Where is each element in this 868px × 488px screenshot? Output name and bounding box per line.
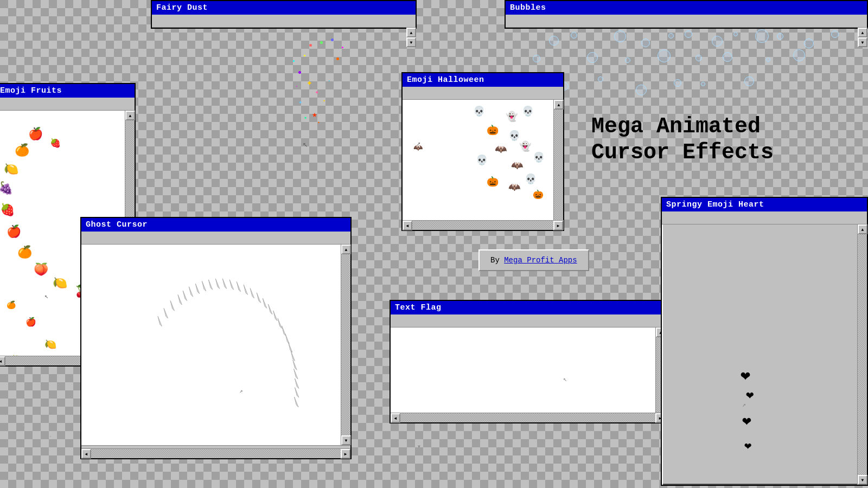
svg-marker-0 [178,295,182,305]
emoji-halloween-subbar [403,87,563,100]
heart-canvas: ❤️ ❤️ ❤️ ❤️ ↗ [662,224,857,485]
scroll-left-btn[interactable]: ◄ [0,356,5,366]
svg-text:↗: ↗ [240,388,243,394]
ghost-cursor-titlebar: Ghost Cursor [81,218,350,232]
springy-heart-subbar [662,211,867,224]
heart-scrollbar-v[interactable]: ▲ ▼ [857,224,867,485]
scroll-up-btn[interactable]: ▲ [341,245,351,254]
scroll-track-h[interactable] [412,221,553,230]
mega-profit-link[interactable]: Mega Profit Apps [504,256,577,265]
ghost-canvas: ↗ ↖ [81,245,341,445]
fairy-dust-title: Fairy Dust [156,3,208,12]
window-emoji-halloween: Emoji Halloween 💀 👻 💀 🎃 💀 🦇 👻 💀 🦇 💀 🎃 🦇 … [401,72,564,231]
scroll-up-btn[interactable]: ▲ [125,111,135,120]
ghost-scrollbar-h[interactable]: ◄ ► [81,448,350,458]
window-springy-heart: Springy Emoji Heart ❤️ ❤️ ❤️ ❤️ ↗ ▲ ▼ [661,197,868,486]
svg-marker-20 [291,351,295,361]
svg-marker-6 [215,279,219,289]
mega-title: Mega Animated Cursor Effects [591,114,774,166]
svg-marker-14 [268,304,272,314]
ghost-trail-svg: ↗ [81,245,341,445]
emoji-fruits-title: Emoji Fruits [0,86,62,95]
scroll-right-btn[interactable]: ► [553,221,563,230]
scroll-down-btn[interactable]: ▼ [406,37,416,47]
window-fairy-dust: Fairy Dust ✦ ✦ ✦ ★ ✦ ✦ • • ✦ [151,0,417,29]
scroll-track-h[interactable] [400,413,655,422]
scroll-up-btn[interactable]: ▲ [554,100,564,110]
svg-marker-19 [288,342,292,352]
svg-marker-23 [295,378,298,389]
bubbles-subbar [506,15,867,28]
emoji-halloween-titlebar: Emoji Halloween [403,73,563,87]
svg-marker-7 [222,279,226,289]
window-bubbles: Bubbles [505,0,868,29]
window-ghost-cursor: Ghost Cursor [80,217,352,459]
text-flag-title: Text Flag [395,303,442,312]
svg-marker-16 [278,318,282,329]
svg-marker-15 [273,311,277,321]
text-flag-svg: shop now [391,328,655,413]
svg-marker-25 [295,397,298,407]
mega-profit-btn[interactable]: By Mega Profit Apps [478,249,589,271]
scroll-up-btn[interactable]: ▲ [858,224,867,234]
ghost-scrollbar-v[interactable]: ▲ ▼ [341,245,350,445]
svg-marker-8 [229,280,233,290]
text-flag-titlebar: Text Flag [391,301,665,314]
springy-heart-titlebar: Springy Emoji Heart [662,198,867,211]
emoji-halloween-title: Emoji Halloween [407,75,484,85]
halloween-scrollbar-v[interactable]: ▲ ▼ [553,100,563,230]
emoji-fruits-subbar [0,98,135,111]
svg-marker-22 [294,369,298,379]
halloween-canvas: 💀 👻 💀 🎃 💀 🦇 👻 💀 🦇 💀 🎃 🦇 💀 🦇 🎃 ↗ [403,100,553,230]
svg-marker-2 [189,287,193,297]
halloween-scrollbar-h[interactable]: ◄ ► [403,220,563,230]
scroll-track-h[interactable] [91,449,341,458]
scroll-left-btn[interactable]: ◄ [391,413,400,423]
scroll-down-btn[interactable]: ▼ [858,475,867,485]
bubbles-title: Bubbles [510,3,546,12]
springy-heart-title: Springy Emoji Heart [666,200,764,209]
svg-marker-5 [208,280,212,290]
fairy-dust-subbar [152,15,416,28]
svg-marker-12 [257,293,260,303]
svg-marker-13 [263,298,266,309]
svg-marker-28 [158,316,162,326]
svg-marker-4 [202,281,206,292]
svg-marker-27 [164,308,168,318]
scroll-up-btn[interactable]: ▲ [406,28,416,37]
scroll-track[interactable] [554,110,563,220]
ghost-cursor-subbar [81,232,350,245]
emoji-fruits-titlebar: Emoji Fruits [0,84,135,98]
scroll-left-btn[interactable]: ◄ [81,449,91,459]
scroll-down-btn[interactable]: ▼ [341,435,351,445]
svg-marker-21 [293,360,297,370]
ghost-cursor-title: Ghost Cursor [86,220,148,229]
svg-marker-3 [195,284,199,294]
svg-marker-24 [295,388,298,398]
svg-marker-1 [183,291,187,301]
bubbles-titlebar: Bubbles [506,1,867,15]
svg-marker-18 [285,334,289,344]
scroll-track[interactable] [341,254,350,435]
scroll-down-btn[interactable]: ▼ [858,37,867,47]
window-text-flag: Text Flag s h o p n o w shop now [390,300,666,423]
text-flag-subbar [391,314,665,328]
svg-marker-9 [237,281,240,292]
svg-marker-10 [244,285,247,295]
text-flag-canvas: s h o p n o w shop now ↖ [391,328,655,413]
scroll-up-btn[interactable]: ▲ [858,28,867,37]
scroll-right-btn[interactable]: ► [341,449,350,459]
scroll-left-btn[interactable]: ◄ [403,221,412,230]
fairy-dust-titlebar: Fairy Dust [152,1,416,15]
svg-marker-11 [250,288,254,298]
scroll-track[interactable] [858,234,867,475]
svg-marker-26 [170,301,174,311]
text-flag-scrollbar-h[interactable]: ◄ ► [391,413,665,422]
by-text: By [490,256,504,265]
